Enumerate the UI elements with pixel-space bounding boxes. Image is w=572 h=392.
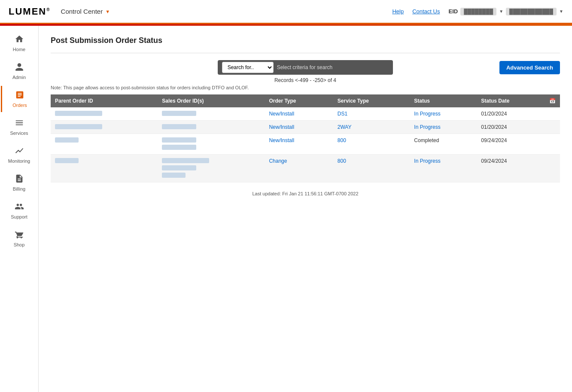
col-sales-order-ids: Sales Order ID(s): [158, 94, 265, 107]
col-order-type: Order Type: [265, 94, 333, 107]
status-1: In Progress: [414, 111, 440, 117]
cell-parent-order-1: [51, 107, 158, 121]
eid-chevron-icon[interactable]: ▼: [499, 9, 503, 14]
logo-registered: ®: [46, 7, 50, 12]
sidebar-orders-label: Orders: [12, 103, 27, 108]
orders-icon: [15, 90, 24, 101]
table-header: Parent Order ID Sales Order ID(s) Order …: [51, 94, 560, 107]
home-icon: [15, 34, 24, 45]
sidebar-billing-label: Billing: [13, 186, 25, 191]
sidebar-shop-label: Shop: [14, 242, 25, 247]
sales-order-id-3b[interactable]: [162, 145, 196, 150]
sales-order-id-4c[interactable]: [162, 173, 186, 178]
cell-parent-order-2: [51, 121, 158, 134]
cell-service-type-3: 800: [333, 134, 410, 155]
chevron-down-icon: ▼: [105, 9, 110, 14]
top-navigation: LUMEN® Control Center ▼ Help Contact Us …: [0, 0, 572, 24]
order-type-link-1[interactable]: New/Install: [269, 111, 294, 117]
table-row: New/Install 800 Completed 09/24/2024: [51, 134, 560, 155]
sales-order-id-4a[interactable]: [162, 158, 209, 163]
user-chevron-icon[interactable]: ▼: [559, 9, 563, 14]
service-type-link-3[interactable]: 800: [338, 137, 346, 143]
sidebar-item-support[interactable]: Support: [1, 198, 38, 224]
user-value: ████████████: [506, 8, 557, 15]
title-divider: [51, 53, 560, 53]
help-link[interactable]: Help: [392, 8, 404, 15]
sidebar-item-monitoring[interactable]: Monitoring: [1, 142, 38, 168]
cell-status-date-4: 09/24/2024: [477, 155, 560, 182]
lumen-logo: LUMEN®: [9, 6, 51, 17]
search-note: Note: This page allows access to post-su…: [51, 85, 560, 90]
status-2: In Progress: [414, 124, 440, 130]
sales-order-id-4b[interactable]: [162, 165, 196, 170]
order-type-link-3[interactable]: New/Install: [269, 137, 294, 143]
parent-order-id-4[interactable]: [55, 158, 79, 163]
cell-service-type-1: DS1: [333, 107, 410, 121]
cell-parent-order-4: [51, 155, 158, 182]
cell-sales-order-3: [158, 134, 265, 155]
orders-table: Parent Order ID Sales Order ID(s) Order …: [51, 94, 560, 182]
calendar-icon[interactable]: 📅: [549, 98, 556, 104]
cell-status-2: In Progress: [410, 121, 477, 134]
monitoring-icon: [15, 146, 24, 157]
cell-status-date-3: 09/24/2024: [477, 134, 560, 155]
last-updated: Last updated: Fri Jan 21 11:56:11 GMT-07…: [51, 191, 560, 201]
col-service-type: Service Type: [333, 94, 410, 107]
page-title: Post Submission Order Status: [51, 36, 560, 45]
cell-status-1: In Progress: [410, 107, 477, 121]
parent-order-id-2[interactable]: [55, 124, 102, 129]
cell-order-type-1: New/Install: [265, 107, 333, 121]
service-type-link-1[interactable]: DS1: [338, 111, 347, 117]
eid-label: EID: [448, 8, 458, 15]
control-center-menu[interactable]: Control Center ▼: [61, 8, 110, 15]
cell-status-date-1: 01/20/2024: [477, 107, 560, 121]
contact-us-link[interactable]: Contact Us: [412, 8, 440, 15]
sidebar-item-shop[interactable]: Shop: [1, 225, 38, 252]
cell-order-type-2: New/Install: [265, 121, 333, 134]
sidebar-item-orders[interactable]: Orders: [1, 86, 38, 112]
sales-order-id-3a[interactable]: [162, 137, 196, 143]
sales-order-id-2[interactable]: [162, 124, 196, 129]
col-status: Status: [410, 94, 477, 107]
cell-service-type-2: 2WAY: [333, 121, 410, 134]
parent-order-id-3[interactable]: [55, 137, 79, 143]
sales-order-id-1[interactable]: [162, 111, 196, 116]
app-body: Home Admin Orders Services Monitoring: [0, 26, 572, 392]
parent-order-id-1[interactable]: [55, 111, 102, 116]
order-type-link-4[interactable]: Change: [269, 158, 287, 164]
cell-parent-order-3: [51, 134, 158, 155]
sidebar-item-billing[interactable]: Billing: [1, 170, 38, 196]
sidebar-item-admin[interactable]: Admin: [1, 58, 38, 84]
table-header-row: Parent Order ID Sales Order ID(s) Order …: [51, 94, 560, 107]
search-bar: Search for.. Select criteria for search: [218, 60, 393, 75]
service-type-link-2[interactable]: 2WAY: [338, 124, 352, 130]
logo-text: LUMEN: [9, 6, 46, 17]
sidebar-admin-label: Admin: [12, 75, 26, 80]
sidebar-item-home[interactable]: Home: [1, 30, 38, 56]
search-select[interactable]: Search for..: [222, 62, 274, 73]
sidebar-services-label: Services: [10, 131, 28, 136]
search-bar-row: Search for.. Select criteria for search …: [51, 60, 560, 75]
sidebar-monitoring-label: Monitoring: [8, 158, 30, 164]
cell-status-3: Completed: [410, 134, 477, 155]
services-icon: [15, 118, 24, 129]
cell-sales-order-1: [158, 107, 265, 121]
eid-value: ████████: [460, 8, 496, 15]
cell-order-type-4: Change: [265, 155, 333, 182]
records-info: Records <-499 - -250> of 4: [51, 77, 560, 83]
cell-service-type-4: 800: [333, 155, 410, 182]
table-body: New/Install DS1 In Progress 01/20/2024: [51, 107, 560, 182]
advanced-search-button[interactable]: Advanced Search: [499, 61, 560, 74]
cell-status-date-2: 01/20/2024: [477, 121, 560, 134]
eid-section: EID ████████ ▼ ████████████ ▼: [448, 8, 563, 15]
table-row: New/Install DS1 In Progress 01/20/2024: [51, 107, 560, 121]
cell-sales-order-2: [158, 121, 265, 134]
cell-order-type-3: New/Install: [265, 134, 333, 155]
sidebar-support-label: Support: [11, 214, 27, 219]
service-type-link-4[interactable]: 800: [338, 158, 346, 164]
order-type-link-2[interactable]: New/Install: [269, 124, 294, 130]
control-center-label: Control Center: [61, 8, 103, 15]
sidebar-item-services[interactable]: Services: [1, 114, 38, 140]
top-nav-right: Help Contact Us EID ████████ ▼ █████████…: [392, 8, 563, 15]
table-row: Change 800 In Progress 09/24/2024: [51, 155, 560, 182]
